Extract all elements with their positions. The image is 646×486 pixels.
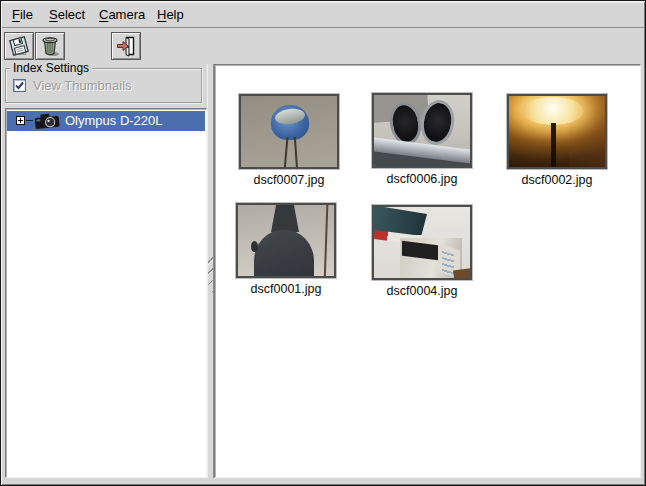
app-window: File Select Camera Help xyxy=(0,0,646,486)
thumbnail-filename: dscf0007.jpg xyxy=(254,173,325,187)
view-thumbnails-checkbox[interactable] xyxy=(13,79,26,92)
exit-button[interactable] xyxy=(111,32,141,60)
thumbnail-filename: dscf0006.jpg xyxy=(387,172,458,186)
photo-art xyxy=(254,230,314,278)
photo-art xyxy=(284,137,289,169)
menu-file[interactable]: File xyxy=(9,2,36,28)
photo-art xyxy=(453,268,472,280)
photo-art xyxy=(294,137,298,169)
camera-tree-panel: Olympus D-220L xyxy=(5,108,207,478)
thumbnail-browser-panel: dscf0007.jpg dscf0006.jpg dscf0002.jpg xyxy=(214,64,641,478)
tree-expander-plus-icon[interactable] xyxy=(16,116,25,125)
thumbnail-image-dscf0006[interactable] xyxy=(372,93,472,168)
thumbnail-item: dscf0004.jpg xyxy=(370,205,474,298)
thumbnail-image-dscf0001[interactable] xyxy=(236,203,336,278)
trash-delete-icon xyxy=(38,34,62,58)
index-settings-title: Index Settings xyxy=(10,61,92,75)
photo-art xyxy=(251,241,258,252)
camera-icon xyxy=(33,112,61,130)
thumbnail-item: dscf0001.jpg xyxy=(234,203,338,296)
check-icon xyxy=(14,80,25,91)
menu-bar: File Select Camera Help xyxy=(2,2,644,28)
pane-splitter[interactable] xyxy=(207,64,214,478)
thumbnail-image-dscf0004[interactable] xyxy=(372,205,472,280)
save-floppy-icon xyxy=(7,34,31,58)
thumbnail-image-dscf0007[interactable] xyxy=(239,94,339,169)
tree-branch-line xyxy=(26,120,33,121)
menu-camera[interactable]: Camera xyxy=(96,2,148,28)
exit-door-icon xyxy=(114,34,138,58)
thumbnail-image-dscf0002[interactable] xyxy=(507,94,607,169)
delete-button[interactable] xyxy=(35,32,65,60)
menu-select[interactable]: Select xyxy=(46,2,88,28)
view-thumbnails-label: View Thumbnails xyxy=(33,78,132,93)
photo-art xyxy=(551,123,556,169)
photo-art xyxy=(271,205,299,232)
index-settings-frame: Index Settings View Thumbnails xyxy=(5,68,202,103)
thumbnail-filename: dscf0002.jpg xyxy=(522,173,593,187)
menu-help[interactable]: Help xyxy=(154,2,187,28)
thumbnail-filename: dscf0004.jpg xyxy=(387,284,458,298)
thumbnail-item: dscf0007.jpg xyxy=(237,94,341,187)
photo-art xyxy=(324,203,329,278)
view-thumbnails-row: View Thumbnails xyxy=(13,78,132,93)
save-button[interactable] xyxy=(4,32,34,60)
splitter-grip-handle[interactable] xyxy=(208,256,213,292)
thumbnail-item: dscf0006.jpg xyxy=(370,93,474,186)
camera-tree-selected-row[interactable]: Olympus D-220L xyxy=(7,111,205,131)
photo-art xyxy=(522,97,584,125)
thumbnail-filename: dscf0001.jpg xyxy=(251,282,322,296)
thumbnail-item: dscf0002.jpg xyxy=(505,94,609,187)
camera-name-label: Olympus D-220L xyxy=(65,111,163,131)
